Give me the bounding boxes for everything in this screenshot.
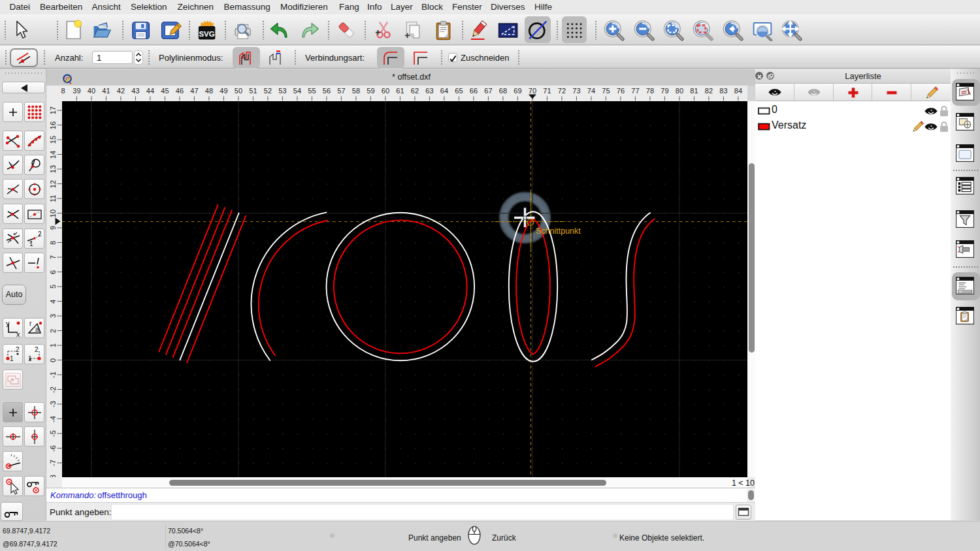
svg-text:Schnittpunkt: Schnittpunkt	[536, 227, 581, 236]
svg-text:2: 2	[16, 346, 20, 353]
svg-text:r: r	[29, 320, 32, 327]
svg-text:1: 1	[10, 355, 14, 362]
svg-text:y: y	[6, 319, 10, 327]
svg-text:c command: c command	[959, 290, 972, 293]
svg-text:x: x	[16, 330, 20, 338]
svg-text:SVG: SVG	[199, 30, 214, 38]
svg-text:a: a	[35, 326, 39, 333]
svg-text:2: 2	[35, 346, 39, 353]
